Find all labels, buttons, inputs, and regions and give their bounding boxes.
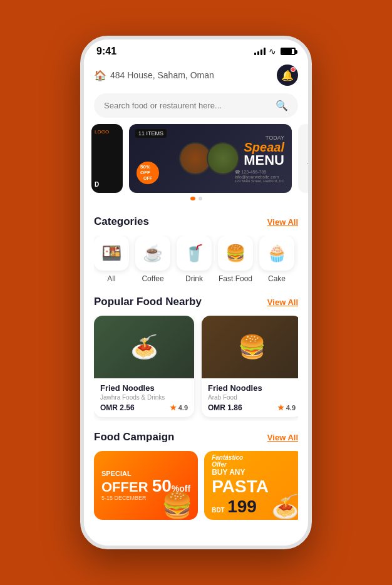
campaign-price-row: BDT 199 bbox=[212, 497, 269, 517]
category-coffee-icon: ☕ bbox=[135, 236, 170, 271]
campaign-tag-label: Fantástico Offer bbox=[212, 454, 269, 468]
category-drink-label: Drink bbox=[185, 274, 203, 283]
food-name-2: Fried Noodles bbox=[208, 383, 296, 393]
dot-1 bbox=[190, 197, 195, 200]
food-card-info-2: Fried Noodles Arab Food OMR 1.86 ★ 4.9 bbox=[202, 378, 298, 417]
banner-main[interactable]: 11 ITEMS 50% OFF OFF TODAY Speaal bbox=[129, 124, 292, 193]
star-icon-2: ★ bbox=[277, 403, 284, 412]
status-bar: 9:41 ∿ bbox=[84, 39, 308, 60]
food-price-2: OMR 1.86 bbox=[208, 403, 242, 412]
category-all[interactable]: 🍱 All bbox=[94, 236, 129, 283]
campaign-card-2[interactable]: Fantástico Offer BUY ANY PASTA BDT 199 🍝 bbox=[204, 451, 298, 520]
battery-icon bbox=[281, 48, 296, 55]
food-image-1: 🍝 bbox=[94, 316, 194, 378]
category-cake-icon: 🧁 bbox=[259, 236, 294, 271]
food-cards-row: 🍝 Fried Noodles Jawhra Foods & Drinks OM… bbox=[94, 316, 298, 421]
campaign-offer-label: OFFER 50%off bbox=[101, 477, 190, 495]
food-card-2[interactable]: 🍔 Fried Noodles Arab Food OMR 1.86 ★ 4.9 bbox=[202, 316, 298, 417]
category-coffee[interactable]: ☕ Coffee bbox=[135, 236, 170, 283]
location-text: 484 House, Saham, Oman bbox=[110, 70, 214, 80]
food-restaurant-1: Jawhra Foods & Drinks bbox=[100, 394, 188, 401]
categories-row: 🍱 All ☕ Coffee 🥤 Drink 🍔 Fast Food 🧁 bbox=[94, 236, 298, 286]
campaign-pasta-image: 🍝 bbox=[271, 494, 298, 520]
location-row: 🏠 484 House, Saham, Oman bbox=[94, 70, 214, 81]
banner-carousel: LOGO D 11 ITEMS 50% OFF OFF bbox=[84, 124, 308, 204]
banner-text-area: TODAY Speaal MENU ☎ 123-456-789 info@you… bbox=[235, 135, 284, 183]
campaign-pasta-label: PASTA bbox=[212, 477, 269, 497]
signal-icon bbox=[254, 48, 266, 55]
home-icon: 🏠 bbox=[94, 70, 106, 81]
campaign-section: Food Campaign View All SPECIAL OFFER 50%… bbox=[84, 425, 308, 527]
category-all-icon: 🍱 bbox=[94, 236, 129, 271]
popular-view-all[interactable]: View All bbox=[267, 298, 298, 307]
category-drink-icon: 🥤 bbox=[177, 236, 212, 271]
campaign-row: SPECIAL OFFER 50%off 5-15 DECEMBER 🍔 Fan… bbox=[94, 451, 298, 524]
banner-track: LOGO D 11 ITEMS 50% OFF OFF bbox=[91, 124, 301, 193]
campaign-buy-label: BUY ANY bbox=[212, 468, 269, 477]
banner-card-right[interactable]: B bbox=[298, 124, 308, 193]
category-fastfood-icon: 🍔 bbox=[218, 236, 253, 271]
categories-view-all[interactable]: View All bbox=[267, 217, 298, 227]
wifi-icon: ∿ bbox=[269, 46, 276, 56]
popular-header: Popular Food Nearby View All bbox=[94, 296, 298, 308]
campaign-text-1: SPECIAL OFFER 50%off 5-15 DECEMBER bbox=[101, 470, 190, 501]
status-icons: ∿ bbox=[254, 46, 296, 56]
phone-frame: 9:41 ∿ 🏠 484 House, Saham, Oman 🔔 bbox=[80, 36, 312, 549]
category-cake-label: Cake bbox=[268, 274, 286, 283]
campaign-price-label: 199 bbox=[227, 497, 257, 516]
food-rating-2: ★ 4.9 bbox=[277, 403, 296, 412]
star-icon-1: ★ bbox=[170, 403, 177, 412]
scroll-content[interactable]: 🏠 484 House, Saham, Oman 🔔 🔍 LOGO D bbox=[84, 60, 308, 546]
notification-button[interactable]: 🔔 bbox=[277, 65, 298, 86]
food-footer-1: OMR 2.56 ★ 4.9 bbox=[100, 403, 188, 412]
campaign-card-1[interactable]: SPECIAL OFFER 50%off 5-15 DECEMBER 🍔 bbox=[94, 451, 198, 520]
food-rating-1: ★ 4.9 bbox=[170, 403, 188, 412]
categories-title: Categories bbox=[94, 215, 149, 228]
category-coffee-label: Coffee bbox=[142, 274, 163, 283]
campaign-date-label: 5-15 DECEMBER bbox=[101, 495, 190, 501]
banner-card-left[interactable]: LOGO D bbox=[91, 124, 123, 193]
category-cake[interactable]: 🧁 Cake bbox=[259, 236, 294, 283]
dot-2 bbox=[199, 197, 202, 200]
campaign-text-2: Fantástico Offer BUY ANY PASTA BDT 199 bbox=[212, 454, 269, 517]
popular-title: Popular Food Nearby bbox=[94, 296, 202, 308]
food-name-1: Fried Noodles bbox=[100, 383, 188, 393]
popular-section: Popular Food Nearby View All 🍝 Fried Noo… bbox=[84, 289, 308, 425]
search-input[interactable] bbox=[104, 101, 271, 110]
category-drink[interactable]: 🥤 Drink bbox=[177, 236, 212, 283]
food-price-1: OMR 2.56 bbox=[100, 403, 135, 412]
food-footer-2: OMR 1.86 ★ 4.9 bbox=[208, 403, 296, 412]
categories-header: Categories View All bbox=[94, 215, 298, 228]
search-icon: 🔍 bbox=[276, 100, 288, 111]
category-fastfood-label: Fast Food bbox=[219, 274, 252, 283]
status-time: 9:41 bbox=[96, 46, 116, 57]
food-image-2: 🍔 bbox=[202, 316, 298, 378]
category-fastfood[interactable]: 🍔 Fast Food bbox=[218, 236, 253, 283]
banner-menu-label: MENU bbox=[235, 153, 284, 167]
search-bar[interactable]: 🔍 bbox=[94, 93, 298, 118]
categories-section: Categories View All 🍱 All ☕ Coffee 🥤 Dri… bbox=[84, 209, 308, 289]
category-all-label: All bbox=[107, 274, 115, 283]
notification-dot bbox=[291, 67, 296, 72]
banner-discount: 50% OFF OFF bbox=[137, 162, 159, 184]
food-card-info-1: Fried Noodles Jawhra Foods & Drinks OMR … bbox=[94, 378, 194, 417]
campaign-title: Food Campaign bbox=[94, 431, 174, 443]
header: 🏠 484 House, Saham, Oman 🔔 bbox=[84, 60, 308, 90]
food-card-1[interactable]: 🍝 Fried Noodles Jawhra Foods & Drinks OM… bbox=[94, 316, 194, 417]
food-restaurant-2: Arab Food bbox=[208, 394, 296, 401]
campaign-header: Food Campaign View All bbox=[94, 431, 298, 443]
campaign-special-label: SPECIAL bbox=[101, 470, 190, 477]
banner-dishes bbox=[160, 124, 239, 193]
campaign-view-all[interactable]: View All bbox=[267, 433, 298, 442]
carousel-dots bbox=[91, 197, 301, 200]
banner-special-label: Speaal bbox=[235, 141, 284, 153]
